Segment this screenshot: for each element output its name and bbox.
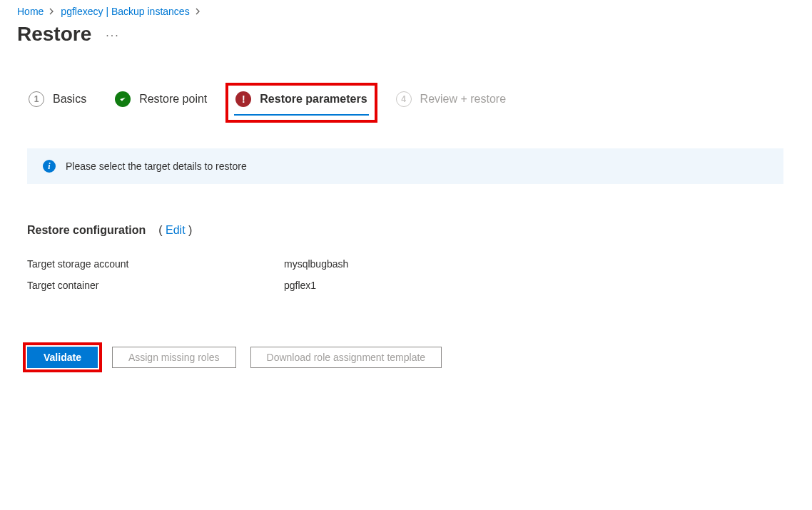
step-number-icon: 4	[396, 91, 412, 107]
error-circle-icon: !	[235, 91, 251, 107]
breadcrumb: Home pgflexecy | Backup instances	[17, 6, 795, 17]
wizard-step-restore-parameters[interactable]: ! Restore parameters	[234, 88, 368, 114]
validate-button[interactable]: Validate	[27, 347, 98, 368]
edit-paren-open: (	[158, 224, 166, 236]
wizard-step-review-restore[interactable]: 4 Review + restore	[395, 88, 508, 114]
step-label: Restore parameters	[260, 93, 367, 106]
step-label: Basics	[53, 93, 86, 106]
wizard-step-restore-point[interactable]: Restore point	[113, 88, 208, 114]
detail-row-storage: Target storage account mysqlbugbash	[27, 258, 795, 270]
step-number-icon: 1	[29, 91, 44, 107]
wizard-step-basics[interactable]: 1 Basics	[27, 88, 88, 114]
detail-value: pgflex1	[284, 280, 316, 291]
highlight-annotation: ! Restore parameters	[234, 88, 368, 114]
step-label: Restore point	[139, 93, 207, 106]
info-message: Please select the target details to rest…	[66, 160, 247, 172]
edit-link-wrapper: ( Edit )	[158, 224, 192, 237]
action-button-row: Validate Assign missing roles Download r…	[17, 347, 795, 368]
check-circle-icon	[115, 91, 131, 107]
section-heading-row: Restore configuration ( Edit )	[17, 224, 795, 237]
edit-link[interactable]: Edit	[166, 224, 186, 236]
page-title: Restore	[17, 23, 91, 46]
section-heading: Restore configuration	[27, 224, 146, 237]
more-actions-icon[interactable]: ···	[106, 30, 119, 41]
chevron-right-icon	[196, 6, 201, 17]
detail-value: mysqlbugbash	[284, 258, 348, 270]
highlight-annotation: Validate	[27, 347, 98, 368]
wizard-steps: 1 Basics Restore point ! Restore paramet…	[17, 88, 795, 114]
info-icon: i	[43, 160, 56, 173]
detail-label: Target storage account	[27, 258, 284, 270]
detail-label: Target container	[27, 280, 284, 291]
breadcrumb-home[interactable]: Home	[17, 6, 44, 17]
restore-config-details: Target storage account mysqlbugbash Targ…	[17, 258, 795, 291]
edit-paren-close: )	[186, 224, 193, 236]
step-label: Review + restore	[420, 93, 507, 106]
detail-row-container: Target container pgflex1	[27, 280, 795, 291]
download-role-assignment-template-button[interactable]: Download role assignment template	[250, 347, 442, 368]
breadcrumb-resource[interactable]: pgflexecy | Backup instances	[61, 6, 189, 17]
chevron-right-icon	[49, 6, 55, 17]
page-title-row: Restore ···	[17, 23, 795, 46]
assign-missing-roles-button[interactable]: Assign missing roles	[112, 347, 236, 368]
info-banner: i Please select the target details to re…	[27, 148, 783, 184]
